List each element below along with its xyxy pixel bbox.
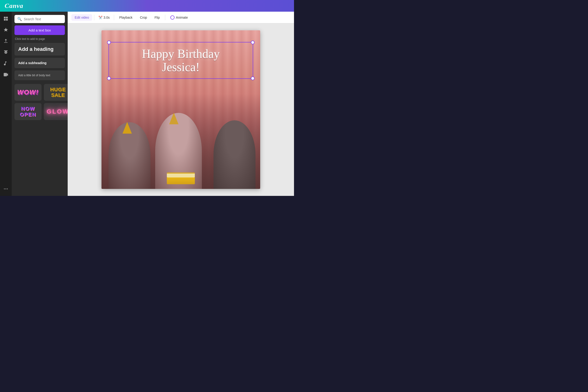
animate-icon [170, 16, 175, 20]
huge-sale-style-sample[interactable]: HUGE SALE [44, 84, 68, 101]
search-input[interactable] [24, 17, 65, 21]
header: Canva [0, 0, 294, 12]
birthday-text-element[interactable]: Happy Birthday Jessica! [109, 42, 253, 79]
now-open-style-sample[interactable]: NOW OPEN [15, 103, 42, 120]
add-subheading-item[interactable]: Add a subheading [15, 58, 65, 68]
huge-sale-text: HUGE SALE [50, 87, 66, 98]
add-textbox-button[interactable]: Add a text box [15, 26, 65, 35]
playback-button[interactable]: Playback [116, 14, 136, 21]
add-body-text-item[interactable]: Add a little bit of body text [15, 70, 65, 80]
glow-text: GLOW [47, 108, 68, 115]
main-layout: 🔍 Add a text box Click text to add to pa… [0, 12, 294, 196]
svg-point-7 [7, 188, 8, 189]
sidebar-item-text[interactable] [1, 48, 11, 57]
birthday-text: Happy Birthday Jessica! [111, 47, 250, 74]
crop-button[interactable]: Crop [137, 14, 150, 21]
toolbar-divider-2 [114, 15, 114, 20]
wow-text: WOW! [17, 88, 39, 96]
edit-video-button[interactable]: Edit video [71, 14, 92, 21]
scissors-icon: ✂️ [99, 16, 103, 19]
people-silhouette [102, 94, 260, 189]
icon-sidebar [0, 12, 12, 196]
animate-button[interactable]: Animate [167, 14, 191, 21]
toolbar-divider-1 [94, 15, 94, 20]
search-icon: 🔍 [17, 17, 22, 21]
search-bar[interactable]: 🔍 [15, 15, 65, 23]
style-samples: WOW! HUGE SALE NOW OPEN GLOW [15, 84, 65, 120]
sidebar-item-layout[interactable] [1, 14, 11, 23]
wow-style-sample[interactable]: WOW! [15, 84, 42, 101]
svg-rect-3 [6, 19, 8, 20]
click-text-hint: Click text to add to page [15, 37, 65, 40]
glow-style-sample[interactable]: GLOW [44, 103, 68, 120]
sidebar-item-elements[interactable] [1, 25, 11, 34]
sidebar-item-audio[interactable] [1, 59, 11, 68]
flip-button[interactable]: Flip [151, 14, 163, 21]
sidebar-item-more[interactable] [1, 184, 11, 194]
svg-rect-4 [4, 73, 7, 76]
add-heading-item[interactable]: Add a heading [15, 43, 65, 56]
duration-control[interactable]: ✂️ 3.0s [96, 14, 112, 21]
canvas-area: Edit video ✂️ 3.0s Playback Crop Flip An… [68, 12, 294, 196]
selection-handle-top-right[interactable] [251, 40, 255, 44]
svg-rect-1 [6, 17, 8, 18]
sidebar-item-uploads[interactable] [1, 36, 11, 46]
svg-point-5 [4, 188, 5, 189]
text-panel: 🔍 Add a text box Click text to add to pa… [12, 12, 68, 196]
svg-rect-2 [4, 19, 6, 20]
selection-handle-top-left[interactable] [107, 40, 111, 44]
toolbar: Edit video ✂️ 3.0s Playback Crop Flip An… [68, 12, 294, 23]
toolbar-divider-3 [165, 15, 165, 20]
duration-label: 3.0s [103, 16, 110, 19]
canvas-content: Happy Birthday Jessica! [68, 23, 294, 196]
canva-logo: Canva [5, 2, 23, 10]
now-open-text: NOW OPEN [20, 106, 36, 117]
svg-rect-0 [4, 17, 6, 18]
sidebar-item-video[interactable] [1, 70, 11, 79]
svg-point-6 [5, 188, 6, 189]
canvas-frame[interactable]: Happy Birthday Jessica! [102, 30, 260, 189]
